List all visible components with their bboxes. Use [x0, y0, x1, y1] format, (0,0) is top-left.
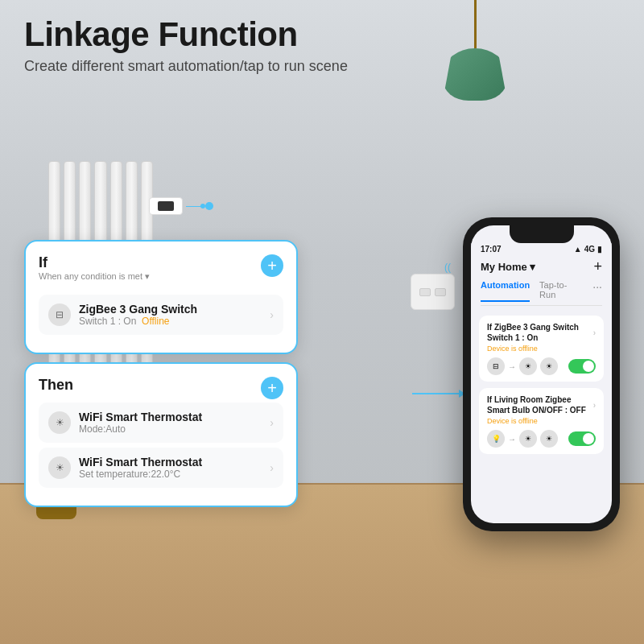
automation-item-1[interactable]: If ZigBee 3 Gang Switch Switch 1 : On › …	[479, 316, 604, 382]
sensor-wifi-line	[186, 206, 202, 207]
action-mini-icon-2: ☀	[540, 430, 558, 448]
phone-screen: 17:07 ▲ 4G ▮ My Home ▾ + Automation Tap-…	[471, 225, 612, 523]
device-left: ☀ WiFi Smart Thermostat Mode:Auto	[48, 411, 202, 435]
device-left: ☀ WiFi Smart Thermostat Set temperature:…	[48, 456, 202, 480]
action-mini-icon: ☀	[519, 357, 537, 375]
cards-area: If When any condition is met ▾ + ⊟ ZigBe…	[24, 240, 298, 515]
switch-button	[419, 288, 431, 296]
if-card-subtitle: When any condition is met ▾	[39, 271, 150, 282]
device-name: WiFi Smart Thermostat	[79, 411, 202, 423]
chevron-right-icon: ›	[270, 461, 274, 474]
temperature-sensor	[149, 197, 213, 215]
signal-label: 4G	[584, 245, 595, 254]
header-area: Linkage Function Create different smart …	[24, 16, 620, 75]
automation-icons: ⊟ → ☀ ☀	[487, 357, 596, 375]
device-status: Set temperature:22.0°C	[79, 469, 202, 480]
zigbee-device-row[interactable]: ⊟ ZigBee 3 Gang Switch Switch 1 : On Off…	[39, 295, 283, 335]
automation-item-2[interactable]: If Living Room Zigbee Smart Bulb ON/OFF …	[479, 388, 604, 454]
device-left: ⊟ ZigBee 3 Gang Switch Switch 1 : On Off…	[48, 303, 197, 327]
automation-title: If ZigBee 3 Gang Switch Switch 1 : On ›	[487, 322, 596, 343]
action-mini-icon-2: ☀	[540, 357, 558, 375]
wall-switch	[411, 274, 455, 310]
if-card-title: If	[39, 254, 150, 271]
phone-header: My Home ▾ + Automation Tap-to-Run ···	[471, 254, 612, 309]
automation-icons: 💡 → ☀ ☀	[487, 430, 596, 448]
automation-title-text: If ZigBee 3 Gang Switch Switch 1 : On	[487, 322, 593, 343]
thermostat-icon-2: ☀	[48, 456, 71, 479]
automation-title: If Living Room Zigbee Smart Bulb ON/OFF …	[487, 394, 596, 415]
bulb-mini-icon: 💡	[487, 430, 505, 448]
device-status: Switch 1 : On Offline	[79, 316, 197, 327]
automation-title-text: If Living Room Zigbee Smart Bulb ON/OFF …	[487, 394, 593, 415]
phone-mockup: 17:07 ▲ 4G ▮ My Home ▾ + Automation Tap-…	[463, 217, 620, 531]
device-info: WiFi Smart Thermostat Mode:Auto	[79, 411, 202, 435]
phone-tabs: Automation Tap-to-Run ···	[481, 280, 602, 306]
chevron-icon: ›	[593, 328, 596, 338]
action-mini-icon: ☀	[519, 430, 537, 448]
device-info: ZigBee 3 Gang Switch Switch 1 : On Offli…	[79, 303, 197, 327]
phone-content: If ZigBee 3 Gang Switch Switch 1 : On › …	[471, 309, 612, 467]
tab-automation[interactable]: Automation	[481, 280, 530, 302]
if-add-button[interactable]: +	[261, 254, 283, 277]
tab-tap-to-run[interactable]: Tap-to-Run	[539, 280, 583, 302]
device-mini-icon: ⊟	[487, 357, 505, 375]
thermostat-row-1[interactable]: ☀ WiFi Smart Thermostat Mode:Auto ›	[39, 402, 283, 443]
arrow-icon: →	[508, 435, 516, 444]
offline-badge: Offline	[142, 316, 169, 327]
thermostat-row-2[interactable]: ☀ WiFi Smart Thermostat Set temperature:…	[39, 448, 283, 488]
then-card-header: Then +	[39, 377, 283, 399]
switch-button	[435, 288, 446, 296]
device-icon: ⊟	[48, 303, 71, 326]
connector-arrow	[412, 393, 460, 394]
phone-time: 17:07	[481, 245, 502, 254]
chevron-icon: ›	[593, 400, 596, 411]
status-bar: 17:07 ▲ 4G ▮	[471, 243, 612, 254]
if-card-header: If When any condition is met ▾ +	[39, 254, 283, 291]
phone-notch	[510, 225, 574, 243]
arrow-icon: →	[508, 362, 516, 371]
chevron-right-icon: ›	[270, 416, 274, 429]
phone-add-button[interactable]: +	[593, 258, 602, 275]
more-options-icon[interactable]: ···	[592, 280, 602, 302]
page-title: Linkage Function	[24, 16, 620, 53]
page-subtitle: Create different smart automation/tap to…	[24, 58, 620, 75]
thermostat-icon: ☀	[48, 411, 71, 434]
home-title[interactable]: My Home ▾	[481, 261, 535, 273]
icon-group: ⊟ → ☀ ☀	[487, 357, 558, 375]
then-card-title: Then	[39, 377, 73, 394]
device-status: Mode:Auto	[79, 423, 202, 435]
signal-icon: ▲	[574, 245, 582, 254]
icon-group: 💡 → ☀ ☀	[487, 430, 558, 448]
automation-sub: Device is offline	[487, 345, 596, 353]
then-add-button[interactable]: +	[261, 377, 283, 399]
automation-toggle-1[interactable]	[568, 359, 596, 374]
sensor-wifi-dot	[205, 202, 213, 210]
switch-row	[419, 288, 446, 296]
device-info: WiFi Smart Thermostat Set temperature:22…	[79, 456, 202, 480]
sensor-body	[149, 197, 183, 215]
automation-sub: Device is offline	[487, 417, 596, 425]
if-card: If When any condition is met ▾ + ⊟ ZigBe…	[24, 240, 298, 354]
status-icons: ▲ 4G ▮	[574, 245, 602, 254]
sensor-screen	[158, 201, 174, 211]
then-card: Then + ☀ WiFi Smart Thermostat Mode:Auto…	[24, 362, 298, 507]
chevron-right-icon: ›	[270, 308, 274, 321]
device-name: WiFi Smart Thermostat	[79, 456, 202, 469]
status-text: Switch 1 : On	[79, 316, 136, 327]
automation-toggle-2[interactable]	[568, 431, 596, 446]
device-name: ZigBee 3 Gang Switch	[79, 303, 197, 316]
battery-icon: ▮	[597, 245, 602, 254]
home-title-row: My Home ▾ +	[481, 258, 602, 275]
wifi-icon: ((	[444, 262, 451, 273]
